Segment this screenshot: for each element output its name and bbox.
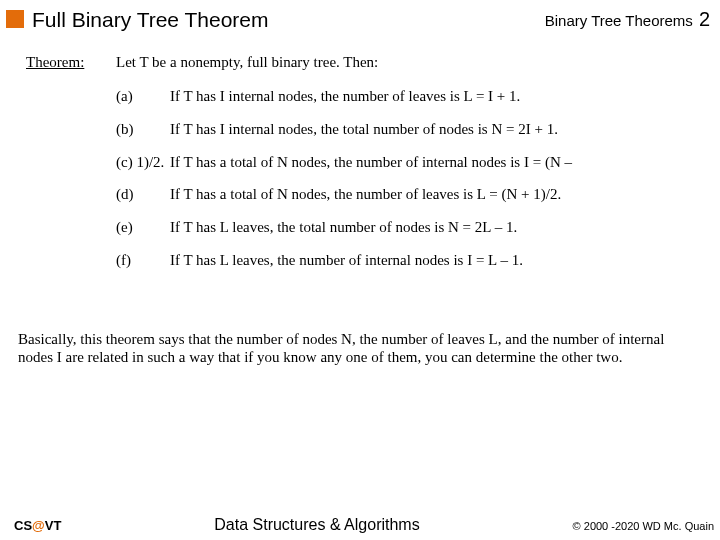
item-label: (e) (116, 218, 170, 237)
section-title: Binary Tree Theorems (545, 6, 693, 29)
item-text: If T has L leaves, the number of interna… (170, 251, 698, 270)
theorem-item: (f) If T has L leaves, the number of int… (116, 251, 698, 270)
page-number: 2 (693, 6, 710, 31)
theorem-item: (d) If T has a total of N nodes, the num… (116, 185, 698, 204)
footer-cs: CS (14, 518, 32, 533)
item-label: (a) (116, 87, 170, 106)
item-text: If T has a total of N nodes, the number … (170, 153, 698, 172)
footer-copyright: © 2000 -2020 WD Mc. Quain (573, 520, 714, 532)
header-accent-square (6, 10, 24, 28)
footer-vt: VT (45, 518, 62, 533)
theorem-item: (e) If T has L leaves, the total number … (116, 218, 698, 237)
item-label: (f) (116, 251, 170, 270)
theorem-item: (c) 1)/2. If T has a total of N nodes, t… (116, 153, 698, 172)
item-text: If T has L leaves, the total number of n… (170, 218, 698, 237)
item-label: (d) (116, 185, 170, 204)
item-text: If T has a total of N nodes, the number … (170, 185, 698, 204)
slide-body: Theorem: Let T be a nonempty, full binar… (0, 36, 720, 270)
theorem-item: (a) If T has I internal nodes, the numbe… (116, 87, 698, 106)
theorem-items: (a) If T has I internal nodes, the numbe… (26, 87, 698, 270)
theorem-intro: Let T be a nonempty, full binary tree. T… (116, 54, 378, 71)
item-text: If T has I internal nodes, the number of… (170, 87, 698, 106)
item-text: If T has I internal nodes, the total num… (170, 120, 698, 139)
theorem-heading-row: Theorem: Let T be a nonempty, full binar… (26, 54, 698, 71)
item-label: (c) 1)/2. (116, 153, 170, 172)
footer-center: Data Structures & Algorithms (61, 516, 572, 534)
slide-title: Full Binary Tree Theorem (32, 6, 545, 32)
footer-at: @ (32, 518, 45, 533)
slide-header: Full Binary Tree Theorem Binary Tree The… (0, 0, 720, 36)
theorem-item: (b) If T has I internal nodes, the total… (116, 120, 698, 139)
slide-footer: CS@VT Data Structures & Algorithms © 200… (0, 516, 720, 534)
item-label: (b) (116, 120, 170, 139)
footer-left: CS@VT (14, 518, 61, 533)
theorem-label: Theorem: (26, 54, 102, 71)
summary-paragraph: Basically, this theorem says that the nu… (0, 330, 720, 368)
